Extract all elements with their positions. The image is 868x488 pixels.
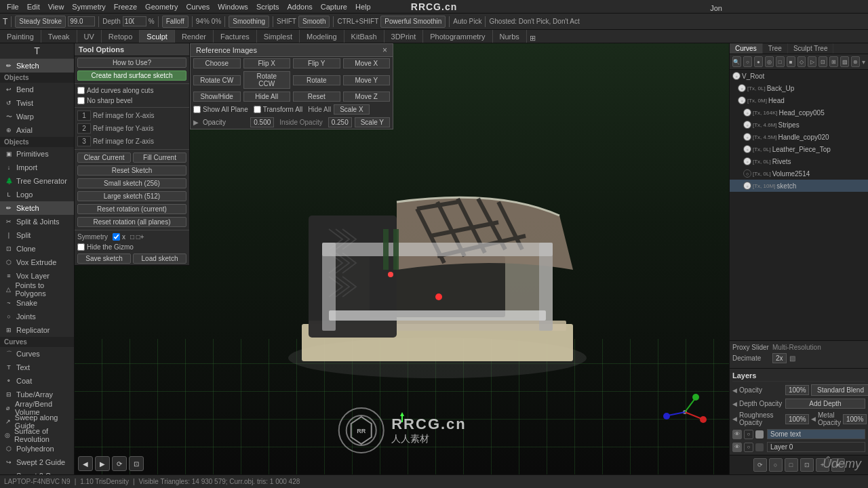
smoothing-btn[interactable]: Smoothing (229, 16, 269, 28)
reset-btn[interactable]: Reset (293, 92, 340, 102)
sidebar-group-primitives[interactable]: Objects (0, 137, 74, 147)
opacity-dropdown[interactable]: Standard Blend (811, 384, 868, 396)
tree-vis-backup[interactable]: ● (738, 84, 746, 92)
sidebar-item-polyhedron[interactable]: ⬡Polyhedron (0, 442, 74, 455)
steady-stroke-value[interactable] (68, 16, 95, 26)
rbi-2[interactable]: ○ (769, 458, 783, 472)
sidebar-item-array-bend[interactable]: ⌀Array/Bend Volume (0, 401, 74, 415)
rtab-tree[interactable]: Tree (763, 43, 788, 54)
sidebar-item-surf-rev[interactable]: ◎Surface of Revolution (0, 428, 74, 442)
vis-icon-11[interactable]: ⊗ (851, 56, 860, 67)
create-hard-btn[interactable]: Create hard surface sketch (77, 70, 186, 81)
fill-current-btn[interactable]: Fill Current (133, 152, 186, 163)
depth-value[interactable] (123, 16, 146, 26)
tree-item-stripes[interactable]: ● [Tx, 4.6M] Stripes (730, 119, 868, 131)
steady-stroke-btn[interactable]: Steady Stroke (15, 16, 66, 28)
ref-close-btn[interactable]: × (382, 45, 387, 55)
layer-eye-2[interactable]: 👁 (732, 443, 742, 452)
tab-retopo[interactable]: Retopo (102, 30, 140, 43)
flip-x-btn[interactable]: Flip X (243, 58, 291, 68)
vis-icon-4[interactable]: □ (776, 56, 785, 67)
tree-vis-head[interactable]: ● (738, 96, 746, 104)
metal-opacity-value[interactable]: 100% (843, 414, 867, 424)
hide-gizmo-input[interactable] (77, 243, 85, 251)
menu-item-symmetry[interactable]: Symmetry (68, 0, 110, 13)
vp-nav-grid[interactable]: ⊡ (129, 456, 144, 471)
tree-item-headcopy[interactable]: ● [Tx, 164K] Head_copy005 (730, 106, 868, 119)
tree-item-leather[interactable]: ● [Tx, 0L] Leather_Piece_Top (730, 143, 868, 155)
sidebar-group-objects[interactable]: Objects (0, 73, 74, 83)
tree-vis-root[interactable]: ● (732, 72, 741, 80)
save-sketch-btn[interactable]: Save sketch (77, 253, 131, 264)
tab-factures[interactable]: Factures (214, 30, 257, 43)
tab-tweak[interactable]: Tweak (41, 30, 77, 43)
sym-x-checkbox[interactable]: x (113, 233, 125, 241)
tree-vis-rivets[interactable]: ● (743, 157, 751, 165)
rotate-cw-btn[interactable]: Rotate CW (193, 75, 241, 85)
large-sketch-btn[interactable]: Large sketch (512) (77, 191, 186, 201)
menu-item-geometry[interactable]: Geometry (141, 0, 182, 13)
sidebar-item-sketch2[interactable]: ✏Sketch (0, 201, 74, 215)
tab-nurbs[interactable]: Nurbs (493, 30, 527, 43)
vis-icon-3[interactable]: ◎ (765, 56, 774, 67)
no-sharp-bevel-checkbox[interactable] (77, 97, 85, 104)
powerful-smoothin-btn[interactable]: Powerful Smoothin (380, 16, 446, 28)
vis-icon-7[interactable]: ▷ (808, 56, 816, 67)
tree-vis-stripes[interactable]: ● (743, 121, 751, 129)
sidebar-item-snake[interactable]: ~Snake (0, 296, 74, 310)
rtab-sculpt-tree[interactable]: Sculpt Tree (788, 43, 834, 54)
layer-lock-1[interactable]: ○ (744, 430, 753, 439)
scale-x-btn[interactable]: Scale X (334, 104, 369, 115)
smooth-btn[interactable]: Smooth (298, 16, 330, 28)
vis-icon-5[interactable]: ■ (787, 56, 795, 67)
sidebar-item-replicator[interactable]: ⊞Replicator (0, 323, 74, 337)
sidebar-item-joints[interactable]: ○Joints (0, 310, 74, 323)
flip-y-btn[interactable]: Flip Y (293, 58, 340, 68)
tree-item-rivets[interactable]: ● [Tx, 0L] Rivets (730, 155, 868, 167)
transform-all-checkbox[interactable]: Transform All (254, 106, 303, 113)
sidebar-item-sketch[interactable]: ✏ Sketch (0, 59, 74, 73)
rbi-3[interactable]: □ (785, 458, 798, 472)
sidebar-item-import[interactable]: ↓Import (0, 161, 74, 174)
vis-icon-2[interactable]: ● (754, 56, 763, 67)
rbi-1[interactable]: ⟳ (753, 458, 767, 472)
menu-item-curves[interactable]: Curves (182, 0, 214, 13)
menu-item-help[interactable]: Help (351, 0, 375, 13)
scale-y-btn[interactable]: Scale Y (355, 117, 390, 127)
show-hide-btn[interactable]: Show/Hide (193, 92, 241, 102)
reset-rot-current-btn[interactable]: Reset rotation (current) (77, 204, 186, 214)
add-depth-btn[interactable]: Add Depth (785, 399, 865, 409)
tree-item-head[interactable]: ● [Tx, 0M] Head (730, 94, 868, 106)
tree-vis-volume[interactable]: ○ (743, 169, 751, 178)
tree-vis-handle[interactable]: ● (743, 133, 751, 141)
sidebar-item-swept2-guide[interactable]: ↪Swept 2 Guide (0, 455, 74, 469)
load-sketch-btn[interactable]: Load sketch (133, 253, 186, 264)
rotate-btn[interactable]: Rotate (293, 75, 340, 85)
sidebar-item-tree-gen[interactable]: 🌲Tree Generator (0, 174, 74, 188)
vp-nav-reset[interactable]: ⟳ (112, 456, 127, 471)
tab-render[interactable]: Render (175, 30, 214, 43)
sidebar-item-twist[interactable]: ↺Twist (0, 96, 74, 110)
small-sketch-btn[interactable]: Small sketch (256) (77, 178, 186, 188)
vis-icon-1[interactable]: ○ (743, 56, 752, 67)
sidebar-item-logo[interactable]: LLogo (0, 188, 74, 201)
vis-icon-9[interactable]: ⊞ (829, 56, 838, 67)
tab-modeling[interactable]: Modeling (300, 30, 344, 43)
hide-all-btn[interactable]: Hide All (243, 92, 291, 102)
vp-nav-next[interactable]: ▶ (95, 456, 110, 471)
show-all-planes-checkbox[interactable]: Show All Plane (193, 106, 248, 113)
sidebar-item-tube-array[interactable]: ⊟Tube/Array (0, 388, 74, 401)
tab-photogrammetry[interactable]: Photogrammetry (423, 30, 492, 43)
menu-item-capture[interactable]: Capture (317, 0, 351, 13)
tab-add-btn[interactable]: ⊞ (530, 34, 536, 43)
vis-icon-10[interactable]: ▧ (840, 56, 849, 67)
tree-item-handle[interactable]: ● [Tx, 4.5M] Handle_copy020 (730, 131, 868, 143)
show-all-planes-input[interactable] (193, 106, 201, 113)
sidebar-item-coat[interactable]: ⚬Coat (0, 374, 74, 388)
tab-sculpt[interactable]: Sculpt (140, 30, 175, 43)
menu-item-windows[interactable]: Windows (214, 0, 252, 13)
rtab-curves[interactable]: Curves (730, 43, 763, 54)
decimate-toggle[interactable]: ▧ (789, 354, 795, 362)
sidebar-item-bend[interactable]: ↩Bend (0, 83, 74, 96)
move-z-btn[interactable]: Move Z (343, 92, 391, 102)
